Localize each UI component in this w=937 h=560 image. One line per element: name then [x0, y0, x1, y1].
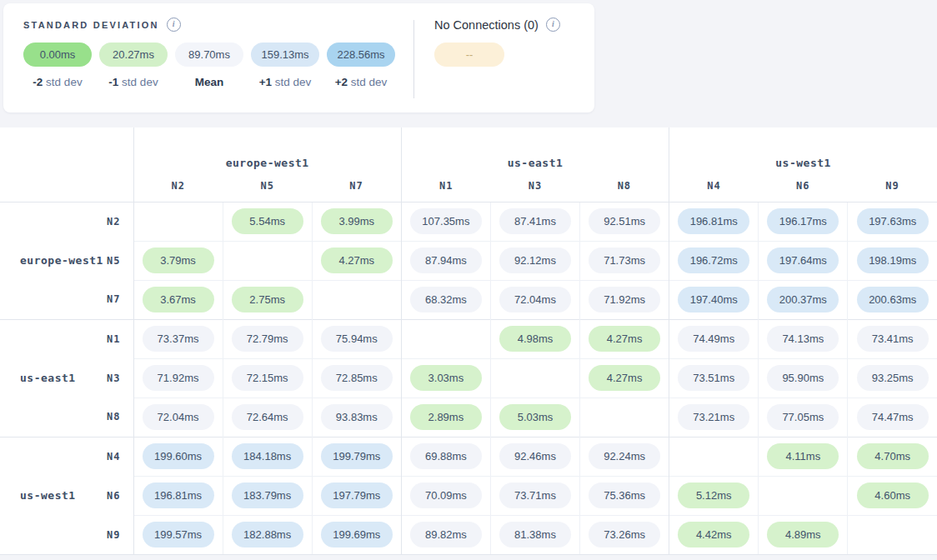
latency-cell: 93.83ms	[312, 398, 401, 437]
legend-item: 159.13ms+1 std dev	[251, 42, 319, 88]
latency-cell: 4.11ms	[759, 437, 848, 476]
latency-cell: 199.69ms	[312, 515, 401, 554]
latency-matrix-table: europe-west1us-east1us-west1N2N5N7N1N3N8…	[0, 128, 937, 554]
latency-value-pill: 4.27ms	[321, 248, 393, 273]
latency-cell: 184.18ms	[223, 437, 312, 476]
latency-value-pill: 87.94ms	[410, 248, 482, 273]
latency-value-pill: 4.98ms	[499, 326, 571, 352]
latency-cell: 196.17ms	[759, 202, 848, 241]
region-row-label: us-west1	[20, 489, 76, 502]
latency-cell: 197.64ms	[759, 241, 848, 280]
no-connections-pill: --	[434, 42, 504, 67]
latency-value-pill: 74.49ms	[678, 326, 749, 352]
latency-value-pill: 95.90ms	[767, 365, 839, 391]
row-header: N8	[0, 398, 133, 437]
latency-value-pill: 184.18ms	[232, 443, 303, 469]
legend-label: +2 std dev	[327, 76, 395, 88]
latency-cell: 75.36ms	[580, 476, 669, 515]
node-row-label: N9	[107, 529, 120, 541]
latency-cell: 74.47ms	[848, 398, 937, 437]
latency-cell: 4.27ms	[312, 241, 401, 280]
latency-cell: 3.79ms	[133, 241, 223, 280]
row-header: N7	[0, 280, 133, 319]
latency-value-pill: 73.21ms	[678, 404, 749, 430]
latency-value-pill: 71.92ms	[589, 287, 660, 312]
latency-value-pill: 77.05ms	[767, 404, 839, 430]
row-header: N4	[0, 437, 133, 476]
latency-value-pill: 72.04ms	[499, 287, 571, 312]
latency-cell: 197.63ms	[848, 202, 937, 241]
row-header: us-east1N3	[0, 358, 133, 398]
latency-cell: 81.38ms	[490, 515, 579, 554]
info-icon[interactable]: i	[546, 18, 560, 32]
legend-label: +1 std dev	[251, 76, 319, 88]
latency-cell: 92.51ms	[580, 202, 669, 241]
latency-value-pill: 3.79ms	[143, 248, 214, 273]
latency-cell: 73.37ms	[133, 319, 223, 358]
region-column-header: europe-west1	[133, 128, 401, 171]
node-column-header: N6	[759, 171, 848, 202]
legend-label: -1 std dev	[99, 76, 168, 88]
latency-cell-self	[759, 476, 848, 515]
latency-value-pill: 75.94ms	[321, 326, 393, 352]
info-icon[interactable]: i	[167, 18, 181, 32]
latency-cell: 196.72ms	[669, 241, 759, 280]
latency-cell: 92.24ms	[580, 437, 669, 476]
latency-cell: 69.88ms	[401, 437, 490, 476]
node-row-label: N1	[107, 333, 120, 345]
latency-cell: 73.41ms	[848, 319, 937, 358]
latency-value-pill: 73.26ms	[589, 522, 660, 548]
latency-cell: 87.94ms	[401, 241, 490, 280]
legend-pill: 228.56ms	[327, 42, 395, 67]
latency-value-pill: 196.81ms	[143, 482, 214, 508]
latency-cell: 4.98ms	[490, 319, 579, 358]
matrix-row: us-east1N371.92ms72.15ms72.85ms3.03ms4.2…	[0, 358, 937, 398]
matrix-row: N173.37ms72.79ms75.94ms4.98ms4.27ms74.49…	[0, 319, 937, 358]
row-header: europe-west1N5	[0, 241, 133, 280]
legend-label: -2 std dev	[23, 76, 92, 88]
latency-cell: 197.40ms	[669, 280, 759, 319]
latency-cell: 73.26ms	[580, 515, 669, 554]
latency-cell: 5.54ms	[223, 202, 312, 241]
row-header: us-west1N6	[0, 476, 133, 515]
latency-cell: 4.27ms	[580, 358, 669, 398]
latency-value-pill: 5.54ms	[232, 208, 303, 234]
latency-value-pill: 196.17ms	[767, 208, 839, 234]
latency-cell: 75.94ms	[312, 319, 401, 358]
latency-cell: 72.15ms	[223, 358, 312, 398]
latency-value-pill: 87.41ms	[499, 208, 571, 234]
latency-value-pill: 93.83ms	[321, 404, 393, 430]
matrix-row: europe-west1N53.79ms4.27ms87.94ms92.12ms…	[0, 241, 937, 280]
latency-value-pill: 73.51ms	[678, 365, 749, 391]
legend-pill: 0.00ms	[23, 42, 92, 67]
latency-cell: 5.12ms	[669, 476, 759, 515]
latency-value-pill: 107.35ms	[410, 208, 482, 234]
latency-value-pill: 3.67ms	[143, 287, 214, 312]
latency-value-pill: 4.89ms	[767, 522, 839, 548]
latency-cell: 89.82ms	[401, 515, 490, 554]
legend-item: 0.00ms-2 std dev	[23, 42, 92, 88]
latency-cell: 4.27ms	[580, 319, 669, 358]
matrix-row: N872.04ms72.64ms93.83ms2.89ms5.03ms73.21…	[0, 398, 937, 437]
node-column-header: N1	[401, 171, 490, 202]
latency-value-pill: 73.41ms	[857, 326, 929, 352]
latency-cell: 2.75ms	[223, 280, 312, 319]
latency-value-pill: 71.73ms	[589, 248, 660, 273]
node-row-label: N6	[107, 490, 120, 502]
latency-value-pill: 72.64ms	[232, 404, 303, 430]
latency-value-pill: 69.88ms	[410, 443, 482, 469]
latency-value-pill: 72.15ms	[232, 365, 303, 391]
latency-value-pill: 72.04ms	[143, 404, 214, 430]
latency-value-pill: 199.57ms	[143, 522, 214, 548]
latency-value-pill: 74.13ms	[767, 326, 839, 352]
latency-cell: 73.51ms	[669, 358, 759, 398]
latency-cell: 68.32ms	[401, 280, 490, 319]
latency-value-pill: 200.37ms	[767, 287, 839, 312]
latency-cell: 183.79ms	[223, 476, 312, 515]
latency-value-pill: 198.19ms	[857, 248, 929, 273]
latency-cell: 107.35ms	[401, 202, 490, 241]
row-header: N1	[0, 319, 133, 358]
latency-cell: 72.64ms	[223, 398, 312, 437]
latency-cell-self	[490, 358, 579, 398]
latency-value-pill: 4.27ms	[589, 326, 660, 352]
